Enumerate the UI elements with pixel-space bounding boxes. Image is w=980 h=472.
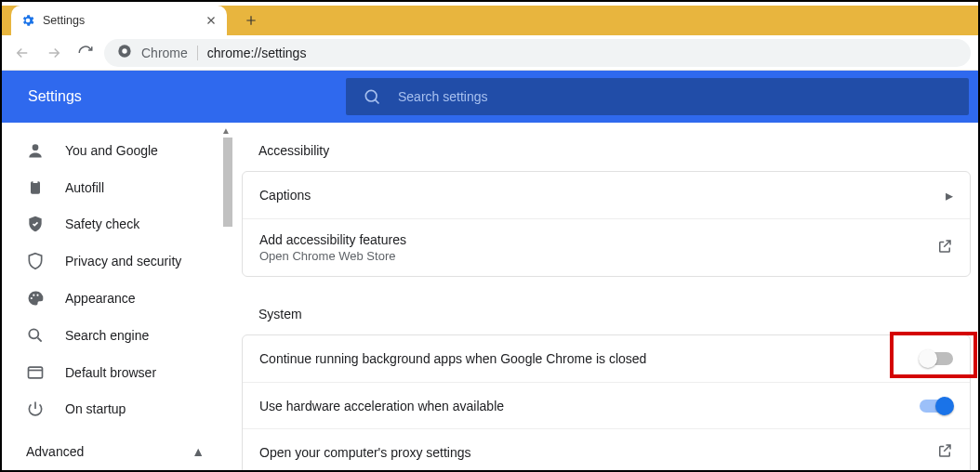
sidebar-item-label: Autofill [65, 180, 104, 195]
settings-sidebar: ▲ You and Google Autofill Safety check P… [2, 123, 232, 470]
back-button[interactable] [9, 40, 35, 66]
row-captions[interactable]: Captions ▸ [243, 172, 970, 218]
scroll-up-icon[interactable]: ▲ [221, 125, 231, 136]
browser-tabstrip: Settings [2, 2, 978, 35]
section-title-system: System [242, 301, 971, 334]
toggle-background-apps[interactable] [920, 352, 953, 365]
sidebar-item-label: On startup [65, 401, 126, 416]
shield-icon [26, 252, 45, 270]
browser-tab-settings[interactable]: Settings [11, 6, 227, 35]
sidebar-item-safety-check[interactable]: Safety check [2, 206, 232, 243]
page-title: Settings [2, 88, 346, 105]
sidebar-item-privacy[interactable]: Privacy and security [2, 243, 232, 280]
power-icon [26, 400, 45, 418]
tab-title: Settings [43, 14, 197, 27]
sidebar-item-label: Search engine [65, 328, 149, 343]
row-title: Continue running background apps when Go… [259, 351, 920, 366]
sidebar-item-label: Safety check [65, 216, 139, 231]
palette-icon [26, 289, 45, 308]
address-bar[interactable]: Chrome chrome://settings [104, 39, 971, 67]
gear-icon [20, 13, 35, 28]
url-text: chrome://settings [207, 46, 307, 60]
sidebar-item-appearance[interactable]: Appearance [2, 280, 232, 317]
svg-point-1 [122, 48, 126, 53]
svg-point-6 [31, 297, 33, 299]
row-subtitle: Open Chrome Web Store [259, 249, 936, 263]
settings-content: Accessibility Captions ▸ Add accessibili… [232, 123, 978, 470]
search-icon [26, 326, 45, 345]
chrome-icon [117, 44, 132, 61]
external-link-icon [936, 238, 953, 258]
search-input[interactable] [398, 89, 952, 104]
row-title: Open your computer's proxy settings [259, 445, 936, 460]
row-background-apps[interactable]: Continue running background apps when Go… [243, 335, 970, 382]
row-title: Add accessibility features [259, 232, 936, 247]
search-icon [363, 87, 381, 106]
svg-point-7 [33, 295, 34, 296]
advanced-label: Advanced [26, 444, 84, 459]
svg-point-2 [365, 90, 377, 101]
sidebar-advanced-toggle[interactable]: Advanced ▲ [2, 433, 232, 470]
close-icon[interactable] [205, 14, 218, 27]
sidebar-item-autofill[interactable]: Autofill [2, 169, 232, 206]
svg-rect-4 [31, 181, 40, 193]
chevron-right-icon: ▸ [946, 187, 953, 204]
svg-point-9 [29, 329, 38, 338]
svg-rect-10 [29, 367, 43, 378]
clipboard-icon [26, 178, 45, 197]
sidebar-item-label: Appearance [65, 291, 136, 306]
external-link-icon [936, 442, 953, 463]
section-title-accessibility: Accessibility [242, 138, 971, 171]
system-card: Continue running background apps when Go… [242, 334, 971, 470]
sidebar-item-on-startup[interactable]: On startup [2, 390, 232, 427]
new-tab-button[interactable] [238, 7, 264, 33]
svg-point-3 [33, 144, 39, 151]
settings-header: Settings [2, 71, 978, 123]
row-hardware-accel[interactable]: Use hardware acceleration when available [243, 382, 970, 428]
row-title: Captions [259, 188, 946, 203]
sidebar-item-label: Privacy and security [65, 254, 181, 269]
row-proxy-settings[interactable]: Open your computer's proxy settings [243, 428, 970, 470]
search-settings-field[interactable] [346, 78, 969, 115]
sidebar-item-search-engine[interactable]: Search engine [2, 317, 232, 354]
sidebar-item-label: Default browser [65, 365, 156, 380]
sidebar-item-label: You and Google [65, 143, 158, 158]
forward-button[interactable] [41, 40, 67, 66]
person-icon [26, 141, 45, 160]
browser-icon [26, 363, 45, 382]
chevron-up-icon: ▲ [192, 444, 205, 459]
row-title: Use hardware acceleration when available [259, 399, 920, 413]
sidebar-item-you-and-google[interactable]: You and Google [2, 132, 232, 169]
accessibility-card: Captions ▸ Add accessibility features Op… [242, 171, 971, 277]
sidebar-scrollbar[interactable] [223, 138, 232, 227]
row-add-accessibility[interactable]: Add accessibility features Open Chrome W… [243, 218, 970, 276]
sidebar-item-default-browser[interactable]: Default browser [2, 354, 232, 391]
url-scheme-label: Chrome [141, 46, 188, 60]
browser-toolbar: Chrome chrome://settings [2, 35, 978, 71]
reload-button[interactable] [73, 40, 99, 66]
svg-rect-5 [33, 179, 38, 182]
svg-point-8 [36, 295, 38, 296]
shield-check-icon [26, 215, 45, 233]
toggle-hardware-accel[interactable] [920, 400, 953, 413]
